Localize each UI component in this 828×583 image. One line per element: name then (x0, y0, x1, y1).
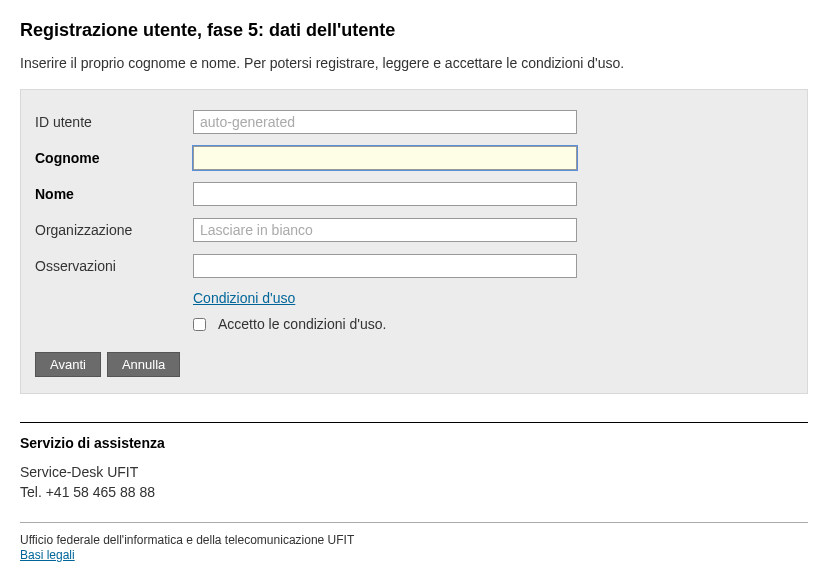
intro-text: Inserire il proprio cognome e nome. Per … (20, 55, 808, 71)
input-id-utente[interactable] (193, 110, 577, 134)
terms-link[interactable]: Condizioni d'uso (193, 290, 295, 306)
next-button[interactable]: Avanti (35, 352, 101, 377)
divider (20, 422, 808, 423)
input-nome[interactable] (193, 182, 577, 206)
assistance-line2: Tel. +41 58 465 88 88 (20, 483, 808, 503)
form-panel: ID utente Cognome Nome Organizzazione Os… (20, 89, 808, 394)
divider-footer (20, 522, 808, 523)
cancel-button[interactable]: Annulla (107, 352, 180, 377)
label-nome: Nome (35, 186, 193, 202)
assistance-title: Servizio di assistenza (20, 435, 808, 451)
footer-legal-link[interactable]: Basi legali (20, 548, 75, 562)
accept-label[interactable]: Accetto le condizioni d'uso. (218, 316, 386, 332)
label-osservazioni: Osservazioni (35, 258, 193, 274)
label-id-utente: ID utente (35, 114, 193, 130)
page-title: Registrazione utente, fase 5: dati dell'… (20, 20, 808, 41)
assistance-line1: Service-Desk UFIT (20, 463, 808, 483)
accept-checkbox[interactable] (193, 318, 206, 331)
input-organizzazione[interactable] (193, 218, 577, 242)
input-cognome[interactable] (193, 146, 577, 170)
footer-org: Ufficio federale dell'informatica e dell… (20, 533, 808, 547)
label-organizzazione: Organizzazione (35, 222, 193, 238)
input-osservazioni[interactable] (193, 254, 577, 278)
label-cognome: Cognome (35, 150, 193, 166)
